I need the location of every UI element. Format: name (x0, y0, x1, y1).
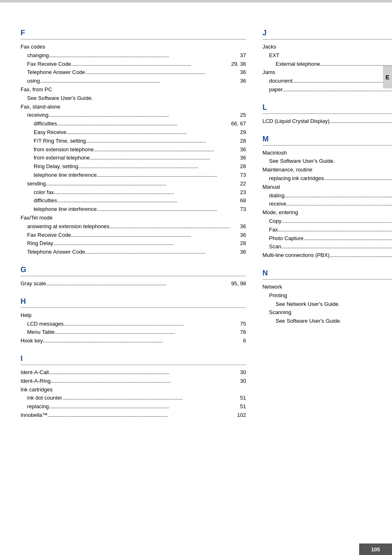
entry-dots: ........................................… (71, 60, 230, 69)
entry-page: 29 (230, 128, 246, 137)
section-header-l: L (263, 103, 392, 114)
entry-page: 28 (230, 239, 246, 248)
entry-page: 36 (230, 146, 246, 154)
section-header-g: G (21, 266, 246, 276)
index-entry: receive ................................… (263, 200, 392, 208)
entry-dots: ........................................… (320, 60, 392, 69)
index-entry: Fax/Tel mode (21, 214, 246, 222)
entry-page: 102 (230, 411, 246, 420)
entry-page: 37 (230, 51, 246, 60)
entry-text: difficulties (34, 120, 57, 128)
entry-text: using (27, 77, 40, 86)
entry-dots: ........................................… (43, 337, 230, 345)
index-entry: Help (21, 311, 246, 320)
entry-dots: ........................................… (86, 137, 230, 146)
entry-text: Hook key (21, 337, 43, 345)
section-header-i: I (21, 354, 246, 365)
entry-dots: ........................................… (46, 180, 230, 188)
section-header-h: H (21, 297, 246, 308)
entry-text: Fax codes (21, 43, 45, 51)
index-entry: Copy ...................................… (263, 217, 392, 226)
index-entry: ink dot counter ........................… (21, 394, 246, 402)
index-entry: Jams (263, 68, 392, 77)
index-entry: See Software User's Guide. (263, 317, 392, 326)
section-l: LLCD (Liquid Crystal Display) ..........… (263, 103, 392, 126)
index-entry: Scanning (263, 308, 392, 317)
index-entry: color fax ..............................… (21, 188, 246, 197)
entry-text: Innobella™ (21, 411, 48, 420)
left-column: FFax codeschanging .....................… (21, 29, 246, 429)
entry-dots: ........................................… (330, 117, 392, 126)
entry-dots: ........................................… (109, 222, 230, 231)
entry-text: color fax (34, 188, 54, 197)
entry-text: dialing (269, 192, 285, 200)
index-entry: See Network User's Guide. (263, 300, 392, 309)
entry-dots: ........................................… (97, 171, 229, 180)
entry-dots: ........................................… (85, 68, 230, 77)
entry-text: receive (269, 200, 286, 208)
entry-text: Jacks (263, 43, 276, 51)
index-entry: answering at extension telephones ......… (21, 222, 246, 231)
entry-dots: ........................................… (64, 320, 230, 328)
entry-text: replacing (27, 402, 49, 411)
entry-text: receiving (27, 111, 48, 120)
entry-page: 30 (230, 368, 246, 377)
entry-text: ink dot counter (27, 394, 62, 402)
entry-text: Ident-A-Call (21, 368, 49, 377)
entry-text: Manual (263, 183, 280, 192)
entry-page: 6 (230, 337, 246, 345)
entry-dots: ........................................… (286, 200, 392, 208)
entry-text: changing (27, 51, 49, 60)
entry-dots: ........................................… (53, 239, 230, 248)
entry-text: See Software User's Guide. (269, 157, 335, 166)
entry-dots: ........................................… (57, 197, 230, 205)
entry-text: Network (263, 283, 282, 291)
index-entry: Photo Capture ..........................… (263, 234, 392, 243)
entry-text: EXT (269, 51, 279, 60)
index-entry: Macintosh (263, 149, 392, 157)
entry-text: Help (21, 311, 32, 320)
entry-page: 28 (230, 137, 246, 146)
entry-text: Ink cartridges (21, 386, 53, 394)
index-entry: Ident-A-Call ...........................… (21, 368, 246, 377)
index-entry: LCD (Liquid Crystal Display) ...........… (263, 117, 392, 126)
entry-text: replacing ink cartridges (269, 174, 324, 183)
index-entry: from external telephone ................… (21, 154, 246, 162)
entry-text: Scanning (269, 308, 291, 317)
index-entry: Network (263, 283, 392, 291)
index-entry: Printing (263, 291, 392, 300)
entry-dots: ........................................… (293, 77, 392, 86)
entry-text: from extension telephone (34, 146, 94, 154)
entry-page: 36 (230, 231, 246, 240)
entry-text: Maintenance, routine (263, 166, 312, 174)
index-entry: Ident-A-Ring ...........................… (21, 377, 246, 386)
index-entry: Fax ....................................… (263, 226, 392, 234)
index-entry: Scan ...................................… (263, 243, 392, 251)
page-number-bar: 105 (359, 543, 392, 555)
entry-text: answering at extension telephones (27, 222, 109, 231)
index-entry: using ..................................… (21, 77, 246, 86)
entry-dots: ........................................… (55, 328, 230, 337)
index-columns: FFax codeschanging .....................… (21, 29, 371, 429)
entry-text: Scan (269, 243, 281, 251)
entry-text: Ring Delay, setting (34, 162, 78, 171)
entry-page: 30 (230, 377, 246, 386)
index-entry: LCD messages ...........................… (21, 320, 246, 328)
entry-dots: ........................................… (85, 248, 230, 257)
section-header-j: J (263, 29, 392, 39)
entry-page: 76 (230, 328, 246, 337)
entry-text: Ring Delay (27, 239, 53, 248)
entry-dots: ........................................… (40, 77, 230, 86)
index-entry: Hook key ...............................… (21, 337, 246, 345)
entry-text: Mode, entering (263, 208, 298, 217)
index-entry: document ...............................… (263, 77, 392, 86)
right-column: JJacksEXTExternal telephone ............… (263, 29, 392, 429)
entry-text: Telephone Answer Code (27, 68, 85, 77)
entry-text: Jams (263, 68, 275, 77)
page-container: E FFax codeschanging ...................… (0, 0, 392, 555)
entry-dots: ........................................… (51, 377, 230, 386)
entry-dots: ........................................… (283, 86, 392, 94)
index-entry: F/T Ring Time, setting .................… (21, 137, 246, 146)
index-entry: Ring Delay, setting ....................… (21, 162, 246, 171)
entry-text: Photo Capture (269, 234, 304, 243)
